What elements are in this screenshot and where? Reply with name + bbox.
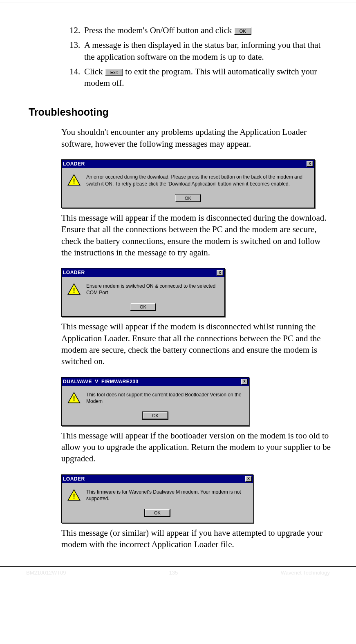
dialog-titlebar: LOADER x: [62, 160, 314, 168]
explain-2: This message will appear if the modem is…: [61, 321, 331, 367]
warning-icon: !: [67, 489, 81, 502]
dialog-message: This tool does not support the current l…: [86, 391, 243, 405]
step-number: 13.: [69, 39, 84, 63]
footer-rule: [0, 566, 356, 567]
warning-icon: !: [67, 283, 81, 296]
close-icon[interactable]: x: [217, 270, 223, 276]
explain-1: This message will appear if the modem is…: [61, 212, 331, 258]
warning-icon: !: [67, 391, 81, 405]
step-body: Click Exit to exit the program. This wil…: [84, 66, 331, 89]
explain-4: This message (or similar) will appear if…: [61, 527, 331, 550]
step-12: 12. Press the modem's On/Off button and …: [69, 25, 331, 36]
step-14: 14. Click Exit to exit the program. This…: [69, 66, 331, 89]
dialog-title: LOADER: [63, 476, 85, 482]
troubleshooting-heading: Troubleshooting: [29, 105, 331, 119]
step-body: Press the modem's On/Off button and clic…: [84, 25, 331, 36]
dialog-title: DUALWAVE_V_FIRMWARE233: [63, 378, 139, 385]
page-header-rule: [0, 1, 356, 2]
step-text: A message is then displayed in the statu…: [84, 39, 331, 63]
step-text: Press the modem's On/Off button and clic…: [84, 25, 234, 35]
error-dialog-download: LOADER x ! An error occured during the d…: [61, 159, 315, 208]
error-dialog-com-port: LOADER x ! Ensure modem is switched ON &…: [61, 268, 225, 317]
warning-icon: !: [67, 174, 81, 187]
dialog-ok-button[interactable]: OK: [130, 303, 156, 311]
error-dialog-unsupported: LOADER x ! This firmware is for Wavenet'…: [61, 474, 253, 523]
dialog-title: LOADER: [63, 161, 85, 167]
step-number: 12.: [69, 25, 84, 36]
close-icon[interactable]: x: [241, 379, 248, 385]
step-number: 14.: [69, 66, 84, 89]
footer-page-number: 135: [169, 569, 178, 577]
dialog-message: An error occured during the download. Pl…: [86, 174, 309, 187]
footer-right: Wavenet Technology: [281, 569, 330, 577]
footer-left: BM210012WT09: [26, 569, 66, 577]
exit-button[interactable]: Exit: [105, 69, 123, 76]
ok-button[interactable]: OK: [234, 27, 251, 35]
dialog-ok-button[interactable]: OK: [143, 412, 168, 419]
close-icon[interactable]: x: [307, 161, 313, 167]
dialog-ok-button[interactable]: OK: [175, 195, 201, 202]
error-dialog-bootloader: DUALWAVE_V_FIRMWARE233 x ! This tool doe…: [61, 377, 249, 426]
dialog-titlebar: DUALWAVE_V_FIRMWARE233 x: [62, 378, 249, 386]
close-icon[interactable]: x: [245, 476, 252, 482]
step-13: 13. A message is then displayed in the s…: [69, 39, 331, 63]
step-text-pre: Click: [84, 67, 105, 76]
dialog-message: This firmware is for Wavenet's Dualwave …: [86, 489, 247, 502]
dialog-message: Ensure modem is switched ON & connected …: [86, 283, 219, 296]
dialog-titlebar: LOADER x: [62, 475, 253, 483]
dialog-title: LOADER: [63, 269, 85, 276]
page-footer: BM210012WT09 135 Wavenet Technology: [25, 569, 331, 577]
dialog-ok-button[interactable]: OK: [145, 509, 170, 517]
dialog-titlebar: LOADER x: [62, 268, 224, 277]
intro-paragraph: You shouldn't encounter any problems upd…: [61, 126, 331, 150]
explain-3: This message will appear if the bootload…: [61, 430, 331, 465]
